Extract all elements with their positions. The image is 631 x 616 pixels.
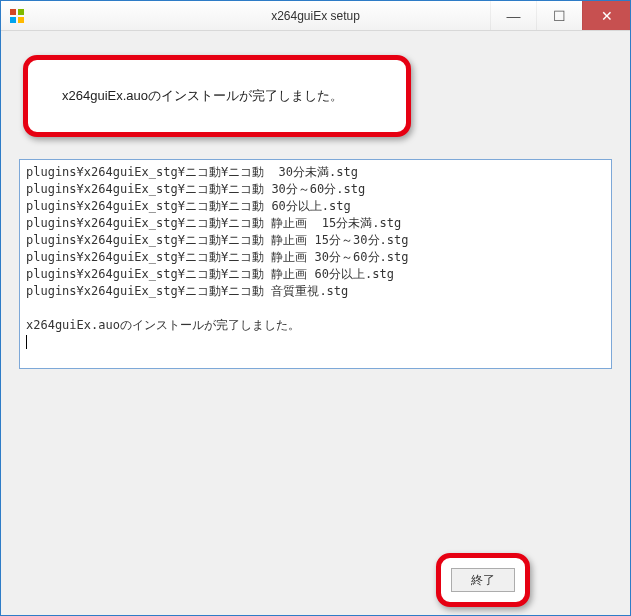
install-log-textarea[interactable]: plugins¥x264guiEx_stg¥ニコ動¥ニコ動 30分未満.stg … [19, 159, 612, 369]
titlebar: x264guiEx setup — ☐ ✕ [1, 1, 630, 31]
exit-button[interactable]: 終了 [451, 568, 515, 592]
app-icon [9, 8, 25, 24]
window-controls: — ☐ ✕ [490, 1, 630, 30]
install-complete-message: x264guiEx.auoのインストールが完了しました。 [62, 87, 343, 105]
install-complete-message-box: x264guiEx.auoのインストールが完了しました。 [23, 55, 411, 137]
client-area: x264guiEx.auoのインストールが完了しました。 plugins¥x26… [1, 31, 630, 615]
close-button-highlight: 終了 [436, 553, 530, 607]
close-window-button[interactable]: ✕ [582, 1, 630, 30]
minimize-button[interactable]: — [490, 1, 536, 30]
maximize-button[interactable]: ☐ [536, 1, 582, 30]
